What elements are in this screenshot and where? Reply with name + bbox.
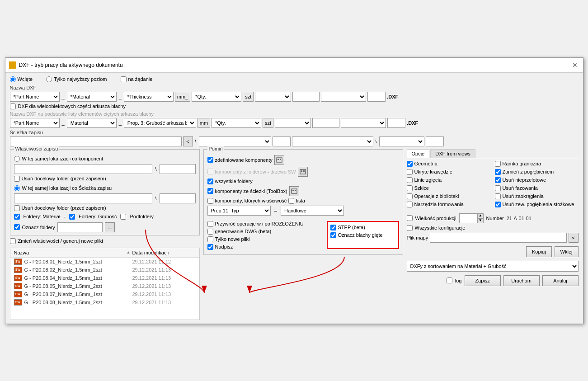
file-row-1[interactable]: SW G - P20.08.02_Nierdz_1.5mm_2szt 29.12… bbox=[10, 266, 199, 274]
wklej-btn[interactable]: Wklej bbox=[555, 246, 579, 257]
kopiuj-btn[interactable]: Kopiuj bbox=[526, 246, 552, 257]
file-row-0[interactable]: SW G - P20.08.01_Nierdz_1.5mm_2szt 29.12… bbox=[10, 258, 199, 266]
zmien-props-cb[interactable] bbox=[10, 238, 16, 244]
extra-select-1b[interactable] bbox=[321, 92, 366, 102]
zapisz-btn[interactable]: Zapisz bbox=[465, 275, 501, 286]
geometria-cb[interactable] bbox=[407, 161, 413, 167]
toolbox-icon-btn[interactable] bbox=[289, 186, 299, 196]
oznacz-btn[interactable]: ... bbox=[105, 222, 115, 232]
extra-input-2b[interactable] bbox=[387, 118, 405, 128]
path-extra2[interactable] bbox=[426, 136, 444, 146]
file-row-4[interactable]: SW G - P20.08.07_Nierdz_1.5mm_1szt 29.12… bbox=[10, 290, 199, 298]
path-input[interactable]: C:\Users\karpi\Desktop\Szkolenie MacroSo… bbox=[10, 136, 182, 146]
dxf-multi-cb[interactable] bbox=[10, 103, 16, 109]
folder-input-extra1[interactable] bbox=[160, 164, 196, 174]
dxf-folder-input[interactable]: DXF bbox=[14, 164, 153, 174]
nadpisz-cb[interactable] bbox=[207, 244, 213, 250]
file-row-3[interactable]: SW G - P20.08.05_Nierdz_1.5mm_2szt 29.12… bbox=[10, 282, 199, 290]
extra-select-1a[interactable] bbox=[255, 92, 291, 102]
subfolders-cb[interactable] bbox=[120, 214, 126, 220]
zdefiniowane-icon-btn[interactable] bbox=[274, 155, 284, 165]
folders-material-cb[interactable] bbox=[14, 214, 20, 220]
spinner-btns[interactable]: ▲ ▼ bbox=[477, 213, 484, 223]
radio-same-path-input[interactable] bbox=[14, 185, 20, 191]
material-select-1[interactable]: *Material bbox=[67, 92, 117, 102]
prop-select[interactable]: Prop.11: Typ bbox=[207, 206, 271, 216]
extra-input-1b[interactable] bbox=[367, 92, 386, 102]
tab-opcje[interactable]: Opcje bbox=[407, 149, 430, 158]
wlasciwosc-cb[interactable] bbox=[207, 198, 213, 204]
cb-na-zadanie[interactable] bbox=[121, 76, 127, 82]
part-name-select-2[interactable]: *Part Name bbox=[10, 118, 60, 128]
operacje-cb[interactable] bbox=[407, 193, 413, 199]
thickness-select-1[interactable]: *Thickness bbox=[124, 92, 174, 102]
radio-wcięte-input[interactable] bbox=[10, 76, 16, 82]
radio-same-as-path[interactable]: W tej samej lokalizacji co Ścieżka zapis… bbox=[14, 185, 196, 191]
linie-cb[interactable] bbox=[407, 177, 413, 183]
extra-select-2a[interactable] bbox=[275, 118, 311, 128]
qty-select-1[interactable]: *Qty. bbox=[192, 92, 241, 102]
path-select3[interactable] bbox=[379, 136, 424, 146]
usun-faz-cb[interactable] bbox=[495, 185, 501, 191]
dokumentacja-input[interactable]: Dokumentacja bbox=[14, 193, 153, 203]
narzedzia-cb[interactable] bbox=[407, 202, 413, 207]
material-select-2[interactable]: Material bbox=[67, 118, 117, 128]
dwg-cb[interactable] bbox=[207, 229, 213, 235]
wszystkie-foldery-cb[interactable] bbox=[207, 179, 213, 184]
oznacz-blachy-cb[interactable] bbox=[330, 232, 336, 238]
radio-same-as-component[interactable]: W tej samej lokalizacji co komponent bbox=[14, 156, 196, 162]
usun-nieprzel-cb[interactable] bbox=[495, 177, 501, 183]
oznacz-folders-cb[interactable] bbox=[14, 224, 20, 230]
usun-zaokr-cb[interactable] bbox=[495, 193, 501, 199]
step-cb[interactable] bbox=[330, 225, 336, 230]
spinner-down[interactable]: ▼ bbox=[477, 218, 484, 223]
spinner-up[interactable]: ▲ bbox=[477, 213, 484, 218]
uruchom-btn[interactable]: Uruchom bbox=[503, 275, 540, 286]
close-button[interactable]: ✕ bbox=[570, 61, 579, 70]
zamien-cb[interactable] bbox=[495, 169, 501, 175]
qty-spinner-input[interactable]: 1 bbox=[459, 213, 477, 223]
ramka-cb[interactable] bbox=[495, 161, 501, 167]
qty-spinner[interactable]: 1 ▲ ▼ bbox=[459, 213, 484, 223]
file-row-5[interactable]: SW G - P20.08.08_Nierdz_1.5mm_2szt 29.12… bbox=[10, 298, 199, 306]
zdefiniowane-cb[interactable] bbox=[207, 157, 213, 163]
folders-grub-cb[interactable] bbox=[69, 214, 75, 220]
oznacz-input[interactable]: G - bbox=[57, 222, 103, 232]
wielkosc-prod-cb[interactable] bbox=[407, 215, 413, 221]
anuluj-btn[interactable]: Anuluj bbox=[542, 275, 579, 286]
extra-select-2b[interactable] bbox=[341, 118, 386, 128]
tylko-nowe-cb[interactable] bbox=[207, 236, 213, 242]
sort-select[interactable]: DXFy z sortowaniem na Materiał + Grubość bbox=[407, 261, 579, 272]
ukryte-cb[interactable] bbox=[407, 169, 413, 175]
prop-select-2[interactable]: Prop. 3: Grubość arkusza bl bbox=[124, 118, 196, 128]
szkice-cb[interactable] bbox=[407, 185, 413, 191]
usun-zew-cb[interactable] bbox=[495, 202, 501, 207]
extra-input-2[interactable] bbox=[312, 118, 339, 128]
prop-value-select[interactable]: Handlowe bbox=[281, 206, 344, 216]
path-browse-btn[interactable]: < bbox=[183, 136, 193, 146]
dxf-folder-input2[interactable]: DXF bbox=[160, 193, 196, 203]
plik-mapy-input[interactable] bbox=[430, 233, 566, 243]
toolbox-cb[interactable] bbox=[207, 188, 213, 194]
wszystkie-konfig-cb[interactable] bbox=[407, 225, 413, 231]
file-row-2[interactable]: SW G - P20.08.04_Nierdz_1.5mm_1szt 29.12… bbox=[10, 274, 199, 282]
radio-only-top-input[interactable] bbox=[46, 76, 52, 82]
przywroc-cb[interactable] bbox=[207, 221, 213, 227]
tab-dxf-views[interactable]: DXF from views bbox=[430, 149, 475, 158]
radio-same-component-input[interactable] bbox=[14, 156, 20, 162]
delete-folder-cb2[interactable] bbox=[14, 205, 20, 211]
radio-only-top[interactable]: Tylko najwyższy poziom bbox=[46, 76, 107, 82]
lista-cb[interactable] bbox=[288, 198, 294, 204]
path-select2[interactable] bbox=[292, 136, 373, 146]
path-extra1[interactable] bbox=[273, 136, 291, 146]
radio-wcięte[interactable]: Wcięte bbox=[10, 76, 33, 82]
plik-mapy-btn[interactable]: < bbox=[569, 233, 579, 243]
delete-folder-cb1[interactable] bbox=[14, 176, 20, 182]
part-name-select-1[interactable]: *Part Name bbox=[10, 92, 60, 102]
extra-input-1[interactable] bbox=[292, 92, 320, 102]
folder-sw-icon-btn[interactable] bbox=[298, 167, 308, 177]
log-cb[interactable] bbox=[447, 278, 452, 283]
qty-select-2[interactable]: *Qty. bbox=[212, 118, 261, 128]
radio-na-zadanie[interactable]: na żądanie bbox=[121, 76, 153, 82]
path-select1[interactable] bbox=[199, 136, 271, 146]
